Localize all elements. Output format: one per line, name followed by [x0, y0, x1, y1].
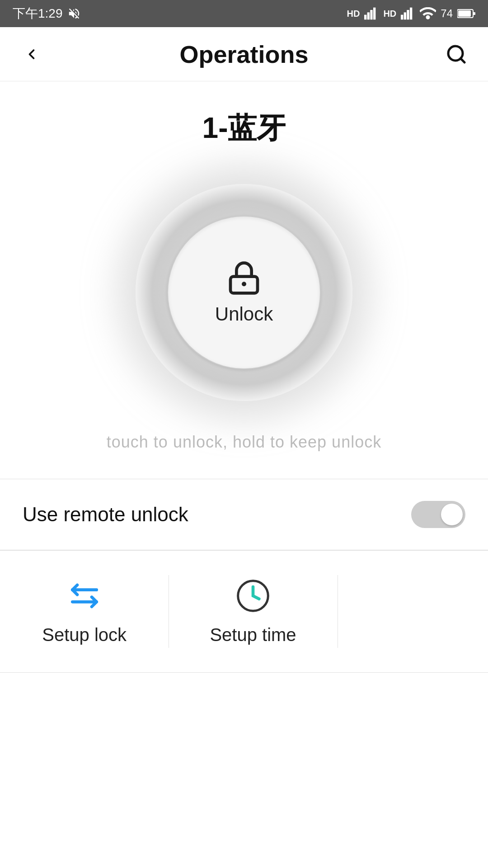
search-button[interactable] [443, 41, 470, 68]
setup-lock-label: Setup lock [42, 625, 127, 645]
grid-item-empty [338, 551, 488, 672]
action-grid: Setup lock Setup time [0, 551, 488, 673]
svg-point-14 [242, 282, 246, 286]
hint-text: touch to unlock, hold to keep unlock [0, 424, 488, 479]
signal-bars-1 [364, 7, 379, 20]
grid-item-setup-lock[interactable]: Setup lock [0, 551, 169, 672]
battery-icon [457, 8, 475, 19]
remote-unlock-row: Use remote unlock [0, 479, 488, 550]
signal-bars-2 [401, 7, 415, 20]
setup-lock-icon [66, 578, 103, 614]
unlock-label: Unlock [215, 303, 273, 325]
wifi-icon [420, 7, 436, 20]
status-right: HD HD 74 [347, 7, 475, 20]
unlock-area: Unlock [0, 166, 488, 424]
svg-rect-2 [371, 10, 373, 19]
svg-rect-4 [401, 15, 403, 20]
nav-bar: Operations [0, 27, 488, 81]
svg-rect-0 [364, 15, 366, 20]
battery-level: 74 [441, 7, 453, 20]
setup-time-label: Setup time [210, 625, 296, 645]
status-time: 下午1:29 [13, 5, 63, 22]
svg-rect-5 [404, 12, 406, 19]
svg-rect-7 [410, 8, 412, 20]
back-button[interactable] [18, 41, 45, 68]
svg-rect-3 [373, 8, 375, 20]
unlock-button[interactable]: Unlock [167, 216, 321, 369]
lock-icon [226, 260, 262, 296]
svg-line-12 [460, 58, 465, 62]
volume-icon [67, 7, 81, 20]
status-bar: 下午1:29 HD HD 74 [0, 0, 488, 27]
remote-unlock-toggle[interactable] [411, 501, 465, 528]
unlock-outer-shadow: Unlock [136, 184, 352, 401]
svg-rect-6 [407, 10, 409, 19]
device-title: 1-蓝牙 [0, 81, 488, 166]
signal-hd-2: HD [383, 9, 396, 19]
setup-time-icon [235, 578, 271, 614]
signal-hd-1: HD [347, 9, 360, 19]
toggle-knob [441, 504, 463, 525]
page-title: Operations [179, 40, 308, 68]
remote-unlock-label: Use remote unlock [23, 503, 188, 526]
grid-item-setup-time[interactable]: Setup time [169, 551, 337, 672]
content: 1-蓝牙 Unlock touch to unlock, hold to kee… [0, 81, 488, 673]
status-left: 下午1:29 [13, 5, 81, 22]
svg-rect-9 [458, 10, 471, 17]
svg-rect-10 [473, 12, 475, 15]
svg-rect-1 [367, 12, 370, 19]
